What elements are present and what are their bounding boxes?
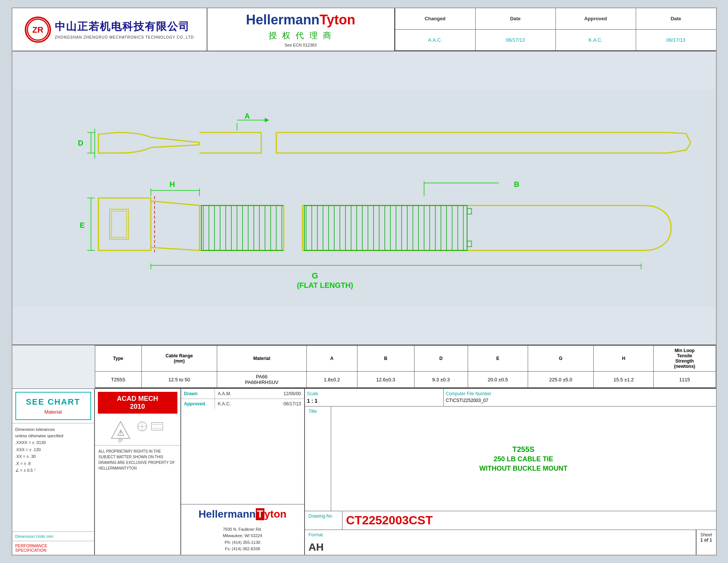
col-d: D	[414, 346, 468, 372]
see-chart-box: SEE CHART Material	[15, 392, 91, 420]
title-section: Scale 1 : 1 Computer File Number CT\CST\…	[305, 389, 716, 555]
col-g: G	[528, 346, 594, 372]
svg-text:ZR: ZR	[32, 25, 43, 35]
tol-x: .X = ± .8	[15, 461, 91, 467]
technical-drawing-page: ZR 中山正若机电科技有限公司 ZHONGSHAN ZHENGRUO MECHA…	[12, 8, 717, 555]
format-value: AH	[305, 540, 696, 555]
tech-icons-svg	[135, 421, 165, 440]
address-line1: 7930 N. Faulkner Rd.	[183, 526, 302, 533]
company-name: 中山正若机电科技有限公司 ZHONGSHAN ZHENGRUO MECHATRO…	[55, 20, 194, 39]
rev-approved-val: K.A.C.	[555, 30, 636, 51]
svg-rect-5	[261, 131, 276, 155]
sheet-value: 1 of 1	[700, 537, 712, 543]
table-header-row: Type Cable Range(mm) Material A B D E G …	[95, 346, 716, 372]
tyton-part: Tyton	[320, 12, 355, 27]
tol-angle: ∠ = ± 0.5 °	[15, 467, 91, 474]
title-middle: Title T255S 250 LB CABLE TIE WITHOUT BUC…	[305, 406, 716, 511]
fax: Fx: (414) 362-8338	[183, 546, 302, 552]
svg-text:E: E	[80, 221, 84, 229]
svg-text:(FLAT LENGTH): (FLAT LENGTH)	[297, 281, 353, 289]
tyton-bar: T	[256, 508, 264, 520]
col-type: Type	[95, 346, 141, 372]
hellermann-subtitle: 授 权 代 理 商	[269, 30, 332, 41]
approved-label: Approved	[181, 399, 215, 409]
performance-spec: PERFORMANCESPECIFICATION	[12, 541, 94, 555]
bottom-info: SEE CHART Material Dimension tolerancesu…	[12, 388, 716, 555]
specs-table-wrapper: Type Cable Range(mm) Material A B D E G …	[95, 345, 716, 388]
acad-icons: ⚠ 07	[95, 417, 180, 445]
material-line2: PA66HIRHSUV	[245, 379, 278, 385]
specs-table: Type Cable Range(mm) Material A B D E G …	[95, 345, 716, 388]
hazard-icon: ⚠ 07	[110, 420, 131, 442]
hellermann-bottom-title: HellermannTyton	[185, 508, 300, 520]
svg-text:D: D	[78, 139, 83, 147]
acad-box: ACAD MECH2010	[98, 392, 177, 414]
cell-a: 1.8±0.2	[306, 372, 357, 388]
sheet-box: Sheet 1 of 1	[696, 530, 716, 555]
sheet-label: Sheet	[700, 532, 712, 537]
phone: Ph: (414) 355-1130	[183, 539, 302, 546]
svg-rect-95	[152, 423, 163, 430]
left-panel: SEE CHART Material Dimension tolerancesu…	[12, 389, 95, 555]
cell-tensile: 1115	[654, 372, 716, 388]
scale-value: 1 : 1	[307, 398, 441, 404]
approved-name: K.A.C.	[215, 399, 281, 409]
company-english: ZHONGSHAN ZHENGRUO MECHATRONICS TECHNOLO…	[55, 35, 194, 39]
address-info: 7930 N. Faulkner Rd. Milwaukee, WI 53224…	[181, 524, 304, 555]
tol-xx: .XX = ± .30	[15, 453, 91, 460]
drawn-rows: Drawn A.A.M. 12/06/00 Approved K.A.C. 06…	[181, 389, 304, 504]
rev-date2-label: Date	[636, 8, 716, 30]
drawn-name: A.A.M.	[215, 389, 281, 399]
company-chinese: 中山正若机电科技有限公司	[55, 20, 194, 34]
rev-changed-label: Changed	[395, 8, 475, 30]
cell-d: 9.3 ±0.3	[414, 372, 468, 388]
header: ZR 中山正若机电科技有限公司 ZHONGSHAN ZHENGRUO MECHA…	[12, 8, 716, 51]
tol-heading: Dimension tolerancesunless otherwise spe…	[15, 426, 91, 439]
hellermann-logo-bottom: HellermannTyton	[181, 504, 304, 524]
title-main: T255S	[512, 445, 534, 454]
title-label: Title	[305, 406, 331, 511]
drawing-no-value: CT2252003CST	[342, 511, 716, 530]
drawing-no-section: Drawing-No CT2252003CST	[305, 511, 716, 530]
svg-text:G: G	[312, 271, 318, 280]
format-section: Format AH Sheet 1 of 1	[305, 530, 716, 555]
title-top: Scale 1 : 1 Computer File Number CT\CST\…	[305, 389, 716, 406]
cell-cable-range: 12.5 to 50	[141, 372, 217, 388]
cf-label: Computer File Number	[446, 391, 714, 396]
hellermann-title: HellermannTyton	[246, 12, 355, 28]
material-line1: PA66	[256, 374, 267, 379]
col-h: H	[594, 346, 654, 372]
cf-value: CT\CST\2252003_07	[446, 398, 714, 403]
cell-type: T255S	[95, 372, 141, 388]
cell-h: 15.5 ±1.2	[594, 372, 654, 388]
svg-rect-38	[284, 203, 302, 252]
yton-part: yton	[264, 508, 287, 520]
cell-b: 12.6±0.3	[357, 372, 414, 388]
table-row: T255S 12.5 to 50 PA66 PA66HIRHSUV 1.8±0.…	[95, 372, 716, 388]
zr-emblem: ZR	[25, 17, 51, 43]
see-chart-text: SEE CHART	[19, 397, 87, 407]
svg-text:B: B	[514, 180, 519, 188]
ecn-reference: See ECN 012383	[285, 43, 317, 47]
hellermann-brand: HellermannTyton 授 权 代 理 商 See ECN 012383	[207, 8, 395, 51]
drawing-area: A D	[12, 51, 716, 345]
col-a: A	[306, 346, 357, 372]
rev-date-label: Date	[475, 8, 555, 30]
rev-date-val: 06/17/13	[475, 30, 555, 51]
drawn-label: Drawn	[181, 389, 215, 399]
proprietary-text: ALL PROPRIETARY RIGHTS IN THE SUBJECT MA…	[95, 445, 180, 555]
svg-text:A: A	[244, 112, 249, 120]
scale-box: Scale 1 : 1	[305, 389, 444, 406]
dimension-units: Dimension Units mm	[12, 531, 94, 541]
format-label: Format	[305, 530, 696, 540]
svg-text:07: 07	[119, 439, 123, 442]
cell-g: 225.0 ±5.0	[528, 372, 594, 388]
tolerances-block: Dimension tolerancesunless otherwise spe…	[12, 423, 94, 531]
title-sub2: WITHOUT BUCKLE MOUNT	[479, 465, 567, 473]
approved-date: 06/17/13	[281, 399, 304, 409]
cell-material: PA66 PA66HIRHSUV	[217, 372, 306, 388]
col-cable-range: Cable Range(mm)	[141, 346, 217, 372]
drawn-section: Drawn A.A.M. 12/06/00 Approved K.A.C. 06…	[181, 389, 305, 555]
drawing-no-label: Drawing-No	[305, 511, 342, 530]
tol-xxx: .XXX = ± .130	[15, 447, 91, 453]
